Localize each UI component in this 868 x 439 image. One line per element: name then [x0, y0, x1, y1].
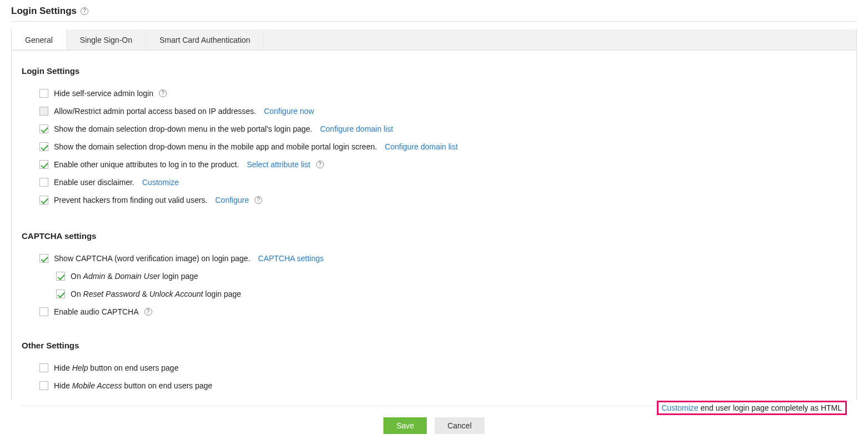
section-title-other: Other Settings — [22, 341, 846, 350]
checkbox-show-domain-mobile[interactable] — [39, 142, 48, 151]
help-icon[interactable]: ? — [255, 196, 262, 204]
text: On — [71, 290, 83, 298]
label-show-domain-web: Show the domain selection drop-down menu… — [54, 124, 312, 133]
link-configure-domain-list-mobile[interactable]: Configure domain list — [385, 142, 458, 151]
text-mobile-access: Mobile Access — [72, 381, 122, 390]
row-enable-unique-attr: Enable other unique attributes to log in… — [39, 156, 846, 173]
checkbox-allow-restrict-ip — [39, 107, 48, 116]
checkbox-show-captcha[interactable] — [39, 254, 48, 263]
row-captcha-reset: On Reset Password & Unlock Account login… — [56, 285, 846, 303]
row-show-domain-mobile: Show the domain selection drop-down menu… — [39, 138, 846, 156]
label-hide-mobile: Hide Mobile Access button on end users p… — [54, 381, 212, 390]
checkbox-hide-mobile[interactable] — [39, 381, 48, 390]
text: On — [71, 272, 83, 281]
link-customize-html[interactable]: Customize — [662, 403, 699, 412]
link-select-attribute-list[interactable]: Select attribute list — [247, 160, 310, 169]
page-title: Login Settings ? — [11, 6, 857, 17]
row-enable-disclaimer: Enable user disclaimer. Customize — [39, 173, 846, 191]
tab-smartcard[interactable]: Smart Card Authentication — [146, 29, 264, 50]
section-title-login: Login Settings — [22, 66, 846, 76]
row-captcha-admin: On Admin & Domain User login page — [56, 267, 846, 285]
label-captcha-admin: On Admin & Domain User login page — [71, 272, 198, 281]
cancel-button[interactable]: Cancel — [435, 417, 485, 434]
label-prevent-hackers: Prevent hackers from finding out valid u… — [54, 196, 207, 204]
checkbox-show-domain-web[interactable] — [39, 124, 48, 133]
text-reset-password: Reset Password — [83, 290, 140, 298]
tab-general[interactable]: General — [12, 29, 67, 49]
label-hide-help: Hide Help button on end users page — [54, 363, 178, 372]
text: button on end users page — [88, 363, 178, 372]
label-enable-unique-attr: Enable other unique attributes to log in… — [54, 160, 239, 169]
tab-sso[interactable]: Single Sign-On — [67, 29, 146, 50]
row-show-captcha: Show CAPTCHA (word verification image) o… — [39, 250, 846, 267]
help-icon[interactable]: ? — [144, 308, 152, 316]
link-configure-prevent[interactable]: Configure — [215, 196, 249, 204]
panel-general: Login Settings Hide self-service admin l… — [11, 51, 857, 400]
page-title-text: Login Settings — [11, 6, 77, 17]
customize-html-box: Customize end user login page completely… — [657, 401, 847, 415]
section-title-captcha: CAPTCHA settings — [22, 231, 846, 241]
text: login page — [160, 272, 198, 281]
help-icon[interactable]: ? — [159, 89, 167, 97]
text: Hide — [54, 363, 72, 372]
checkbox-captcha-admin[interactable] — [56, 272, 65, 281]
text-unlock-account: Unlock Account — [149, 290, 203, 298]
bottom-divider: Customize end user login page completely… — [21, 406, 847, 406]
row-show-domain-web: Show the domain selection drop-down menu… — [39, 120, 846, 138]
text-domain-user: Domain User — [114, 272, 160, 281]
text: Hide — [54, 381, 72, 390]
tabs: General Single Sign-On Smart Card Authen… — [11, 29, 857, 51]
row-enable-audio: Enable audio CAPTCHA ? — [39, 303, 846, 321]
help-icon[interactable]: ? — [81, 7, 88, 15]
save-button[interactable]: Save — [383, 417, 427, 434]
text: button on end users page — [122, 381, 212, 390]
label-allow-restrict-ip: Allow/Restrict admin portal access based… — [54, 107, 256, 116]
label-enable-audio: Enable audio CAPTCHA — [54, 307, 139, 316]
label-captcha-reset: On Reset Password & Unlock Account login… — [71, 290, 241, 298]
checkbox-enable-unique-attr[interactable] — [39, 160, 48, 169]
text: & — [140, 290, 149, 298]
label-show-captcha: Show CAPTCHA (word verification image) o… — [54, 254, 250, 263]
checkbox-hide-help[interactable] — [39, 363, 48, 372]
help-icon[interactable]: ? — [316, 161, 324, 168]
checkbox-enable-audio[interactable] — [39, 307, 48, 316]
row-hide-mobile: Hide Mobile Access button on end users p… — [39, 377, 846, 395]
label-show-domain-mobile: Show the domain selection drop-down menu… — [54, 142, 377, 151]
link-customize-disclaimer[interactable]: Customize — [142, 178, 179, 187]
checkbox-captcha-reset[interactable] — [56, 290, 65, 298]
text: & — [105, 272, 114, 281]
link-configure-now[interactable]: Configure now — [264, 107, 314, 116]
text-help: Help — [72, 363, 88, 372]
text-admin: Admin — [83, 272, 106, 281]
row-hide-help: Hide Help button on end users page — [39, 359, 846, 377]
label-hide-self-service: Hide self-service admin login — [54, 89, 153, 98]
checkbox-hide-self-service[interactable] — [39, 89, 48, 98]
link-captcha-settings[interactable]: CAPTCHA settings — [258, 254, 323, 263]
text: login page — [203, 290, 241, 298]
row-prevent-hackers: Prevent hackers from finding out valid u… — [39, 191, 846, 209]
divider — [11, 21, 857, 22]
row-hide-self-service: Hide self-service admin login ? — [39, 84, 846, 102]
text-customize-html: end user login page completely as HTML — [699, 403, 842, 412]
link-configure-domain-list-web[interactable]: Configure domain list — [320, 124, 393, 133]
row-allow-restrict-ip: Allow/Restrict admin portal access based… — [39, 102, 846, 120]
checkbox-enable-disclaimer[interactable] — [39, 178, 48, 187]
label-enable-disclaimer: Enable user disclaimer. — [54, 178, 134, 187]
checkbox-prevent-hackers[interactable] — [39, 196, 48, 204]
